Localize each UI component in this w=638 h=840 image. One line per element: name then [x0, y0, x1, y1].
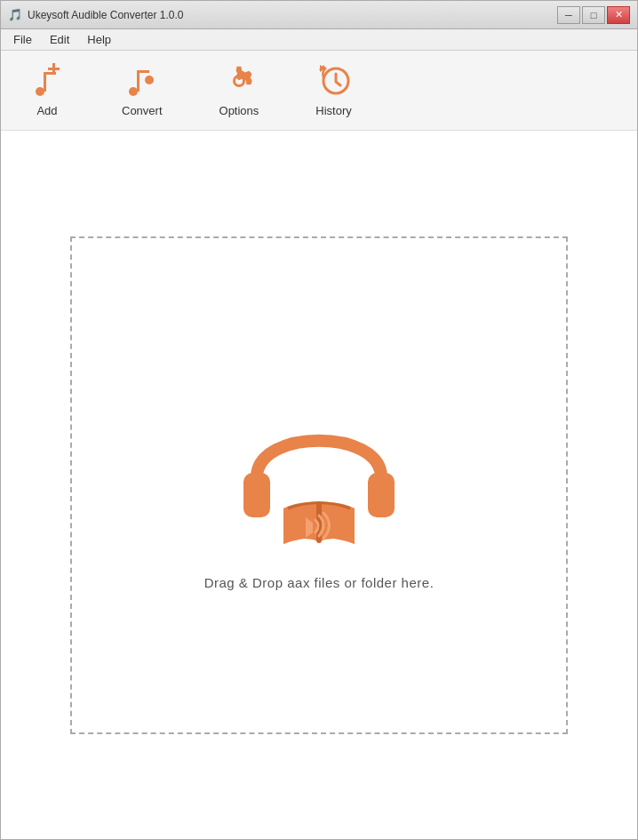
menu-bar: File Edit Help	[1, 29, 637, 51]
add-button[interactable]: Add	[19, 56, 76, 124]
title-bar: 🎵 Ukeysoft Audible Converter 1.0.0 ─ □ ✕	[1, 1, 637, 29]
svg-rect-6	[137, 70, 140, 92]
svg-rect-7	[137, 70, 149, 73]
title-bar-left: 🎵 Ukeysoft Audible Converter 1.0.0	[8, 8, 183, 22]
toolbar: Add Convert Options	[1, 51, 637, 131]
main-content: Drag & Drop aax files or folder here.	[1, 131, 637, 839]
svg-rect-4	[48, 68, 60, 70]
svg-rect-1	[44, 72, 46, 92]
history-button[interactable]: History	[305, 56, 362, 124]
svg-point-0	[36, 87, 44, 96]
convert-label: Convert	[122, 104, 163, 117]
svg-rect-12	[368, 473, 395, 517]
options-label: Options	[219, 104, 259, 117]
menu-file[interactable]: File	[4, 30, 41, 49]
options-icon	[221, 63, 257, 99]
menu-help[interactable]: Help	[78, 30, 120, 49]
maximize-button[interactable]: □	[582, 6, 605, 24]
add-icon	[29, 63, 65, 99]
drop-zone-text: Drag & Drop aax files or folder here.	[204, 575, 435, 590]
drop-zone-icon	[221, 380, 417, 557]
drop-zone[interactable]: Drag & Drop aax files or folder here.	[70, 236, 568, 734]
convert-button[interactable]: Convert	[111, 56, 173, 124]
close-button[interactable]: ✕	[607, 6, 630, 24]
window-controls: ─ □ ✕	[557, 6, 630, 24]
minimize-button[interactable]: ─	[557, 6, 580, 24]
app-icon: 🎵	[8, 8, 22, 22]
history-label: History	[315, 104, 351, 117]
svg-point-5	[129, 87, 138, 96]
convert-icon	[124, 63, 160, 99]
svg-rect-11	[243, 473, 270, 517]
menu-edit[interactable]: Edit	[41, 30, 78, 49]
add-label: Add	[36, 104, 57, 117]
history-icon	[316, 63, 352, 99]
main-window: 🎵 Ukeysoft Audible Converter 1.0.0 ─ □ ✕…	[0, 0, 638, 840]
window-title: Ukeysoft Audible Converter 1.0.0	[28, 9, 183, 21]
svg-point-8	[145, 76, 154, 84]
options-button[interactable]: Options	[209, 56, 270, 124]
